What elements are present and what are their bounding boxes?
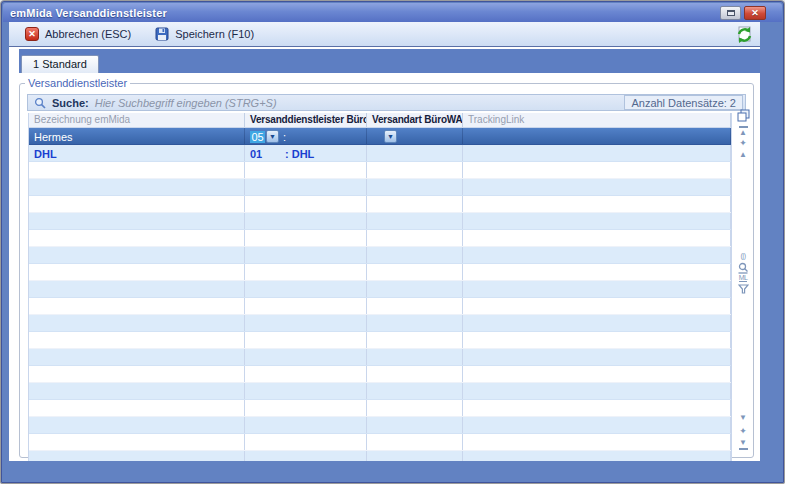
column-header-versandart[interactable]: Versandart BüroWARE bbox=[367, 113, 463, 127]
cell-versandart: ▼ bbox=[367, 128, 463, 144]
empty-cell bbox=[463, 162, 731, 178]
page-down-icon[interactable]: ✦ bbox=[735, 427, 751, 436]
scroll-up-icon[interactable]: ▲ bbox=[735, 151, 751, 159]
window-frame: emMida Versanddienstleister ✕ ✕ Abbreche… bbox=[0, 0, 785, 484]
empty-cell bbox=[245, 315, 367, 331]
empty-cell bbox=[245, 230, 367, 246]
refresh-icon[interactable] bbox=[735, 25, 754, 44]
save-button[interactable]: Speichern (F10) bbox=[151, 25, 258, 43]
cancel-icon: ✕ bbox=[25, 27, 39, 41]
empty-cell bbox=[367, 298, 463, 314]
empty-cell bbox=[245, 417, 367, 433]
empty-cell bbox=[29, 179, 245, 195]
empty-cell bbox=[29, 417, 245, 433]
scroll-to-bottom-icon[interactable]: ▼ bbox=[735, 439, 751, 450]
carrier-name: : DHL bbox=[285, 148, 314, 160]
close-button[interactable]: ✕ bbox=[744, 6, 766, 20]
column-header-versanddienstleister[interactable]: Versanddienstleister BüroWARE bbox=[245, 113, 367, 127]
filter-icon[interactable] bbox=[735, 284, 751, 294]
save-button-label: Speichern (F10) bbox=[175, 28, 254, 40]
empty-cell bbox=[29, 196, 245, 212]
empty-cell bbox=[367, 247, 463, 263]
empty-cell bbox=[245, 434, 367, 450]
table-row-empty[interactable] bbox=[29, 366, 731, 383]
empty-cell bbox=[463, 196, 731, 212]
table-row-empty[interactable] bbox=[29, 230, 731, 247]
application-window: emMida Versanddienstleister ✕ ✕ Abbreche… bbox=[0, 0, 785, 484]
table-row-empty[interactable] bbox=[29, 434, 731, 451]
table-row-empty[interactable] bbox=[29, 417, 731, 434]
content-area: 1 Standard Versanddienstleister Suche: H… bbox=[9, 47, 760, 461]
empty-cell bbox=[463, 230, 731, 246]
record-indicator-icon[interactable]: (|) bbox=[735, 252, 751, 259]
carrier-code-field[interactable]: 05 bbox=[250, 131, 265, 143]
table-row-empty[interactable] bbox=[29, 162, 731, 179]
carrier-dropdown-button[interactable]: ▼ bbox=[266, 130, 279, 143]
column-header-trackinglink[interactable]: TrackingLink bbox=[463, 113, 731, 127]
title-bar: emMida Versanddienstleister ✕ bbox=[3, 3, 782, 22]
empty-cell bbox=[245, 179, 367, 195]
table-row-empty[interactable] bbox=[29, 400, 731, 417]
table-row-empty[interactable] bbox=[29, 315, 731, 332]
table-body: Hermes 05 ▼ : ▼ DHL bbox=[29, 128, 731, 461]
cell-trackinglink bbox=[463, 128, 731, 144]
empty-cell bbox=[29, 315, 245, 331]
table-row-empty[interactable] bbox=[29, 298, 731, 315]
empty-cell bbox=[463, 349, 731, 365]
empty-cell bbox=[245, 332, 367, 348]
empty-cell bbox=[245, 400, 367, 416]
page-up-icon[interactable]: ✦ bbox=[735, 139, 751, 148]
empty-cell bbox=[29, 451, 245, 461]
empty-cell bbox=[463, 383, 731, 399]
cell-bezeichnung: Hermes bbox=[29, 128, 245, 144]
empty-cell bbox=[367, 400, 463, 416]
tab-standard[interactable]: 1 Standard bbox=[21, 55, 99, 73]
table-row-empty[interactable] bbox=[29, 281, 731, 298]
empty-cell bbox=[463, 179, 731, 195]
window-controls: ✕ bbox=[720, 6, 766, 20]
table-row-empty[interactable] bbox=[29, 264, 731, 281]
empty-cell bbox=[367, 230, 463, 246]
table-row-empty[interactable] bbox=[29, 332, 731, 349]
empty-cell bbox=[245, 247, 367, 263]
scroll-to-top-icon[interactable]: ▲ bbox=[735, 126, 751, 137]
table-row-empty[interactable] bbox=[29, 179, 731, 196]
table-row-dhl[interactable]: DHL 01 : DHL bbox=[29, 145, 731, 162]
empty-cell bbox=[367, 383, 463, 399]
save-icon bbox=[155, 27, 169, 41]
table-row-empty[interactable] bbox=[29, 451, 731, 461]
maximize-button[interactable] bbox=[720, 6, 741, 20]
empty-cell bbox=[29, 247, 245, 263]
table-row-empty[interactable] bbox=[29, 349, 731, 366]
table-row-empty[interactable] bbox=[29, 383, 731, 400]
scroll-down-icon[interactable]: ▼ bbox=[735, 414, 751, 422]
empty-cell bbox=[245, 366, 367, 382]
empty-cell bbox=[367, 179, 463, 195]
empty-cell bbox=[29, 383, 245, 399]
cell-versanddienstleister: 01 : DHL bbox=[245, 145, 367, 161]
empty-cell bbox=[245, 298, 367, 314]
grid-tool-strip: ▲ ✦ ▲ (|) bbox=[735, 111, 751, 461]
empty-cell bbox=[245, 213, 367, 229]
table-row-hermes[interactable]: Hermes 05 ▼ : ▼ bbox=[29, 128, 731, 145]
table-row-empty[interactable] bbox=[29, 213, 731, 230]
empty-cell bbox=[463, 434, 731, 450]
cell-trackinglink bbox=[463, 145, 731, 161]
empty-cell bbox=[29, 400, 245, 416]
carrier-code: 01 bbox=[250, 148, 266, 160]
record-count-badge: Anzahl Datensätze: 2 bbox=[624, 95, 743, 110]
empty-cell bbox=[367, 349, 463, 365]
empty-cell bbox=[463, 247, 731, 263]
table-row-empty[interactable] bbox=[29, 247, 731, 264]
zoom-icon[interactable] bbox=[735, 262, 751, 274]
carrier-table: Bezeichnung emMida Versanddienstleister … bbox=[28, 113, 732, 461]
table-row-empty[interactable] bbox=[29, 196, 731, 213]
empty-cell bbox=[29, 434, 245, 450]
versandart-dropdown-button[interactable]: ▼ bbox=[384, 130, 397, 143]
search-bar[interactable]: Suche: Hier Suchbegriff eingeben (STRG+S… bbox=[27, 94, 746, 111]
column-header-bezeichnung[interactable]: Bezeichnung emMida bbox=[29, 113, 245, 127]
export-icon[interactable]: ML bbox=[735, 274, 751, 282]
copy-icon[interactable] bbox=[735, 109, 751, 122]
empty-cell bbox=[245, 451, 367, 461]
cancel-button[interactable]: ✕ Abbrechen (ESC) bbox=[21, 25, 135, 43]
